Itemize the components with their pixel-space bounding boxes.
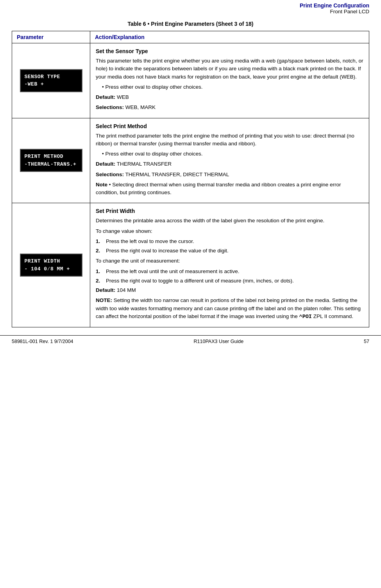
bullet-1-1: • Press either oval to display other cho… (102, 150, 363, 158)
col-header-action: Action/Explanation (90, 31, 369, 43)
bold-item-1-0: Default: THERMAL TRANSFER (96, 160, 363, 168)
bold-item-0-0: Default: WEB (96, 93, 363, 101)
footer-left: 58981L-001 Rev. 1 9/7/2004 (12, 339, 73, 344)
bullet-0-1: • Press either oval to display other cho… (102, 83, 363, 91)
action-title-0: Set the Sensor Type (96, 47, 363, 55)
bold-item-1-1: Selections: THERMAL TRANSFER, DIRECT THE… (96, 171, 363, 179)
page-header: Print Engine Configuration Front Panel L… (0, 0, 381, 15)
action-cell-2: Set Print WidthDetermines the printable … (90, 203, 369, 327)
action-content-0: Set the Sensor TypeThis parameter tells … (96, 47, 363, 112)
param-cell-1: PRINT METHOD-THERMAL-TRANS.+ (12, 118, 90, 203)
table-row: SENSOR TYPE-WEB +Set the Sensor TypeThis… (12, 43, 369, 118)
table-row: PRINT WIDTH- 104 0⁄8 MM +Set Print Width… (12, 203, 369, 327)
footer-right: 57 (364, 339, 369, 344)
action-content-2: Set Print WidthDetermines the printable … (96, 207, 363, 321)
action-content-1: Select Print MethodThe print method para… (96, 122, 363, 197)
action-para-0-0: This parameter tells the print engine wh… (96, 57, 363, 81)
action-cell-0: Set the Sensor TypeThis parameter tells … (90, 43, 369, 118)
page-footer: 58981L-001 Rev. 1 9/7/2004 R110PAX3 User… (0, 335, 381, 347)
action-title-2: Set Print Width (96, 207, 363, 215)
footer-center: R110PAX3 User Guide (194, 339, 244, 344)
numbered-item-2-1-1: 2.Press the right oval to toggle to a di… (96, 277, 363, 285)
table-header-row: Parameter Action/Explanation (12, 31, 369, 43)
table-title: Table 6 • Print Engine Parameters (Sheet… (0, 21, 381, 27)
lcd-display-2: PRINT WIDTH- 104 0⁄8 MM + (20, 254, 82, 277)
action-cell-1: Select Print MethodThe print method para… (90, 118, 369, 203)
col-header-parameter: Parameter (12, 31, 90, 43)
numbered-item-2-0-1: 2.Press the right oval to increase the v… (96, 247, 363, 255)
note-2: NOTE: Setting the width too narrow can r… (96, 297, 363, 321)
action-para-1-0: The print method parameter tells the pri… (96, 132, 363, 148)
table-row: PRINT METHOD-THERMAL-TRANS.+Select Print… (12, 118, 369, 203)
numbered-item-2-0-0: 1.Press the left oval to move the cursor… (96, 238, 363, 245)
param-cell-0: SENSOR TYPE-WEB + (12, 43, 90, 118)
page-wrapper: Print Engine Configuration Front Panel L… (0, 0, 381, 588)
header-subtitle: Front Panel LCD (12, 9, 369, 14)
action-title-1: Select Print Method (96, 122, 363, 130)
action-para-2-0: Determines the printable area across the… (96, 217, 363, 225)
note-1: Note • Selecting direct thermal when usi… (96, 181, 363, 197)
main-table: Parameter Action/Explanation SENSOR TYPE… (12, 31, 369, 327)
header-title: Print Engine Configuration (12, 2, 369, 9)
bold-item-2-0: Default: 104 MM (96, 286, 363, 294)
lcd-display-0: SENSOR TYPE-WEB + (20, 69, 82, 92)
numbered-item-2-1-0: 1.Press the left oval until the unit of … (96, 268, 363, 275)
bold-item-0-1: Selections: WEB, MARK (96, 104, 363, 111)
lcd-display-1: PRINT METHOD-THERMAL-TRANS.+ (20, 149, 82, 172)
param-cell-2: PRINT WIDTH- 104 0⁄8 MM + (12, 203, 90, 327)
